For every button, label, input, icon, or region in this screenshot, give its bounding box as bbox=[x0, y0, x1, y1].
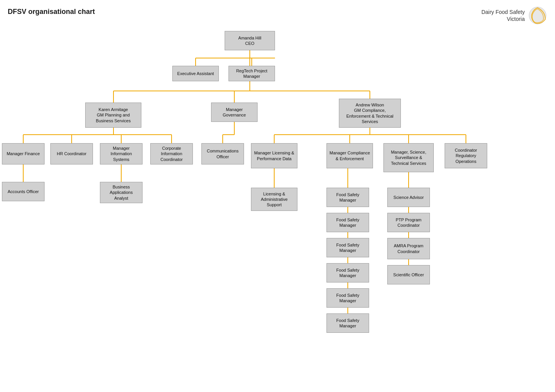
box-mgr_finance: Manager Finance bbox=[2, 143, 45, 164]
box-mgr_licensing: Manager Licensing & Performance Data bbox=[251, 143, 297, 168]
logo-icon bbox=[528, 6, 547, 25]
box-fsm4: Food Safety Manager bbox=[326, 263, 369, 282]
org-chart: Amanda HillCEOExecutive AssistantRegTech… bbox=[0, 27, 555, 392]
box-gm_planning: Karen ArmitageGM Planning and Business S… bbox=[85, 103, 141, 128]
logo-text: Dairy Food Safety Victoria bbox=[481, 9, 525, 22]
box-fsm1: Food Safety Manager bbox=[326, 188, 369, 207]
box-corp_info_coord: Corporate Information Coordinator bbox=[150, 143, 193, 164]
box-fsm5: Food Safety Manager bbox=[326, 288, 369, 308]
box-science_advisor: Science Advisor bbox=[387, 188, 430, 207]
box-amra_coord: AMRA Program Coordinator bbox=[387, 238, 430, 259]
box-coord_reg_ops: Coordinator Regulatory Operations bbox=[445, 143, 487, 168]
box-mgr_info_sys: Manager Information Systems bbox=[100, 143, 143, 164]
page-title: DFSV organisational chart bbox=[8, 8, 95, 16]
box-mgr_compliance: Manager Compliance & Enforcement bbox=[326, 143, 373, 168]
box-fsm3: Food Safety Manager bbox=[326, 238, 369, 257]
box-fsm6: Food Safety Manager bbox=[326, 313, 369, 333]
box-regtech: RegTech Project Manager bbox=[229, 66, 275, 81]
box-gm_compliance: Andrew WilsonGM Compliance, Enforcement … bbox=[339, 99, 401, 128]
box-ceo: Amanda HillCEO bbox=[225, 31, 275, 50]
box-hr_coord: HR Coordinator bbox=[50, 143, 93, 164]
box-sci_officer: Scientific Officer bbox=[387, 265, 430, 284]
box-ptp_coord: PTP Program Coordinator bbox=[387, 213, 430, 232]
box-comms_officer: Communications Officer bbox=[201, 143, 244, 164]
logo-area: Dairy Food Safety Victoria bbox=[481, 6, 547, 25]
box-fsm2: Food Safety Manager bbox=[326, 213, 369, 232]
box-licensing_admin: Licensing & Administrative Support bbox=[251, 188, 297, 211]
box-mgr_governance: Manager Governance bbox=[211, 103, 258, 122]
box-mgr_science: Manager, Science, Surveillance & Technic… bbox=[383, 143, 434, 172]
box-exec_assistant: Executive Assistant bbox=[172, 66, 219, 81]
box-biz_app_analyst: Business Applications Analyst bbox=[100, 182, 143, 203]
box-accounts_officer: Accounts Officer bbox=[2, 182, 45, 201]
